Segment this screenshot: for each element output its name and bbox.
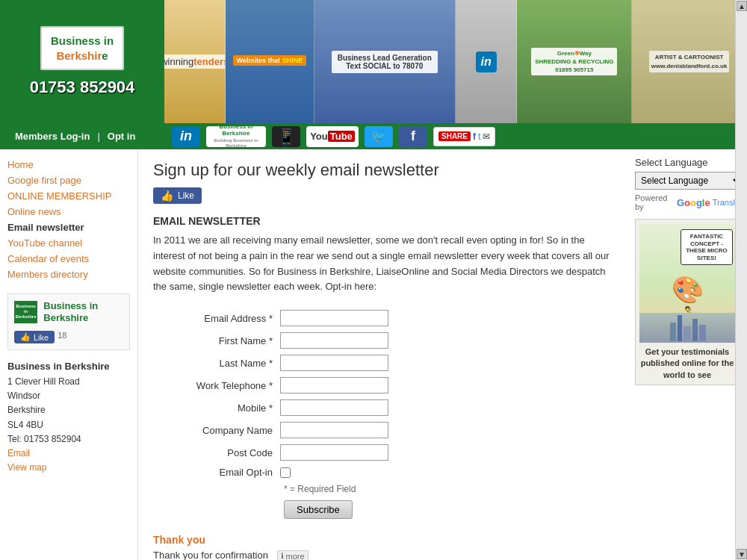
header-phone: 01753 852904	[30, 78, 135, 97]
logo-text-green: Business in	[51, 34, 114, 47]
bib-nav-logo[interactable]: Business inBerkshire Building Business i…	[206, 126, 266, 147]
address-tel: 01753 852904	[24, 434, 81, 444]
logo[interactable]: Business in Berkshire	[40, 26, 124, 70]
lastname-row: Last Name *	[153, 355, 613, 371]
banner-artist[interactable]: ARTIST & CARTOONISTwww.denisblandford.co…	[632, 0, 747, 123]
view-map-link[interactable]: View map	[7, 462, 46, 473]
page-title: Sign up for our weekly email newsletter	[153, 161, 613, 180]
sidebar-item-google[interactable]: Google first page	[7, 172, 130, 188]
share-twitter-icon: t	[478, 131, 480, 142]
scroll-down-button[interactable]: ▼	[737, 549, 747, 559]
right-panel: Select Language Select Language English …	[627, 149, 747, 560]
sidebar-card: BusinessinBerkshire Business in Berkshir…	[7, 293, 130, 350]
mobile-input[interactable]	[280, 399, 388, 416]
youtube-nav-icon[interactable]: YouTube	[306, 126, 359, 147]
logo-text-orange: Berkshir	[56, 49, 102, 62]
optin-row: Email Opt-in	[153, 467, 613, 478]
newsletter-body: In 2011 we are all receiving many email …	[153, 233, 613, 295]
signup-form: Email Address * First Name * Last Name *…	[153, 310, 613, 519]
more-label: more	[286, 552, 305, 560]
speech-bubble: FANTASTIC CONCEPT - THESE MICRO SITES!	[681, 229, 733, 265]
members-login-link[interactable]: Members Log-in	[15, 131, 90, 142]
firstname-label: First Name *	[153, 335, 280, 346]
banner-greenway[interactable]: Green✻WaySHREDDING & RECYCLING01895 9057…	[517, 0, 632, 123]
email-label: Email Address *	[153, 313, 280, 324]
fb-thumb-icon: 👍	[161, 190, 173, 202]
like-label: Like	[34, 333, 49, 342]
banner-winning-tenders[interactable]: winningtenders	[164, 0, 226, 123]
like-count: 18	[58, 331, 66, 340]
company-label: Company Name	[153, 425, 280, 436]
header-left: Business in Berkshire 01753 852904	[0, 0, 164, 123]
sidebar: Home Google first page ONLINE MEMBERSHIP…	[0, 149, 138, 560]
google-translate-label: Powered by Google Transla	[635, 193, 740, 211]
sidebar-item-email-newsletter[interactable]: Email newsletter	[7, 220, 130, 235]
scrollbar[interactable]: ▲ ▼	[735, 0, 747, 560]
mobile-row: Mobile *	[153, 399, 613, 416]
company-input[interactable]	[280, 422, 388, 438]
lastname-label: Last Name *	[153, 358, 280, 369]
bib-sidebar-name: Business in Berkshire	[43, 300, 123, 323]
newsletter-section-title: EMAIL NEWSLETTER	[153, 215, 613, 227]
email-row: Email Address *	[153, 310, 613, 326]
sidebar-address: Business in Berkshire 1 Clever Hill Road…	[7, 359, 130, 475]
sidebar-card-header: BusinessinBerkshire Business in Berkshir…	[14, 300, 123, 323]
facebook-like-button[interactable]: 👍 Like	[14, 331, 55, 343]
optin-checkbox[interactable]	[280, 467, 291, 478]
optin-label: Email Opt-in	[153, 467, 280, 478]
sidebar-item-members-dir[interactable]: Members directory	[7, 267, 130, 282]
navbar: Members Log-in | Opt in in Business inBe…	[0, 123, 747, 149]
share-label: SHARE	[438, 131, 471, 141]
header: Business in Berkshire 01753 852904 winni…	[0, 0, 747, 123]
banner-linkedin[interactable]: in	[456, 0, 517, 123]
bib-sidebar-logo: BusinessinBerkshire	[14, 301, 37, 323]
banner-collage: winningtenders Websites that SHINE Busin…	[164, 0, 747, 123]
address-email-link[interactable]: Email	[7, 448, 30, 458]
twitter-icon[interactable]: 🐦	[365, 126, 393, 147]
promo-image-box[interactable]: FANTASTIC CONCEPT - THESE MICRO SITES! 🎨…	[635, 219, 740, 385]
content-area: Sign up for our weekly email newsletter …	[138, 149, 627, 560]
lang-select-label: Select Language	[635, 157, 740, 168]
address-line1: 1 Clever Hill Road	[7, 376, 80, 387]
facebook-icon[interactable]: f	[399, 126, 427, 147]
scroll-up-button[interactable]: ▲	[737, 1, 747, 11]
google-logo: Google	[677, 197, 710, 208]
share-button[interactable]: SHARE f t ✉	[433, 127, 495, 146]
sidebar-nav: Home Google first page ONLINE MEMBERSHIP…	[7, 157, 130, 282]
subscribe-button[interactable]: Subscribe	[284, 500, 353, 519]
sidebar-item-news[interactable]: Online news	[7, 204, 130, 220]
share-email-icon: ✉	[483, 131, 490, 142]
thumbs-up-icon: 👍	[20, 332, 31, 342]
address-city: Windsor	[7, 391, 40, 401]
powered-by-text: Powered by	[635, 193, 675, 211]
firstname-input[interactable]	[280, 332, 388, 349]
linkedin-icon[interactable]: in	[172, 126, 200, 147]
lastname-input[interactable]	[280, 355, 388, 371]
facebook-like-bar[interactable]: 👍 Like	[153, 187, 202, 204]
banner-websites[interactable]: Websites that SHINE	[226, 0, 314, 123]
language-select[interactable]: Select Language English French German Sp…	[635, 172, 743, 190]
header-banner: winningtenders Websites that SHINE Busin…	[164, 0, 747, 123]
email-input[interactable]	[280, 310, 388, 326]
sidebar-item-calendar[interactable]: Calendar of events	[7, 251, 130, 267]
postcode-label: Post Code	[153, 447, 280, 458]
youtube-logo-text: YouTube	[310, 131, 355, 142]
main-content: Home Google first page ONLINE MEMBERSHIP…	[0, 149, 747, 560]
sidebar-item-youtube[interactable]: YouTube channel	[7, 235, 130, 251]
navbar-divider: |	[97, 131, 99, 142]
navbar-icons: in Business inBerkshire Building Busines…	[164, 126, 747, 147]
mobile-label: Mobile *	[153, 402, 280, 414]
sidebar-item-membership[interactable]: ONLINE MEMBERSHIP	[7, 188, 130, 204]
banner-lead-gen[interactable]: Business Lead GenerationText SOCIAL to 7…	[314, 0, 456, 123]
thankyou-more-link[interactable]: ℹ more	[277, 550, 309, 560]
postcode-input[interactable]	[280, 444, 388, 461]
worktel-input[interactable]	[280, 377, 388, 393]
required-note: * = Required Field	[284, 484, 613, 494]
address-postcode: SL4 4BU	[7, 420, 43, 430]
sidebar-item-home[interactable]: Home	[7, 157, 130, 172]
address-company: Business in Berkshire	[7, 359, 130, 375]
opt-in-link[interactable]: Opt in	[108, 131, 136, 142]
mobile-icon[interactable]: 📱	[272, 126, 300, 147]
thankyou-section: Thank you Thank you for confirmation ℹ m…	[153, 534, 613, 560]
promo-cartoon: FANTASTIC CONCEPT - THESE MICRO SITES! 🎨…	[639, 223, 737, 343]
